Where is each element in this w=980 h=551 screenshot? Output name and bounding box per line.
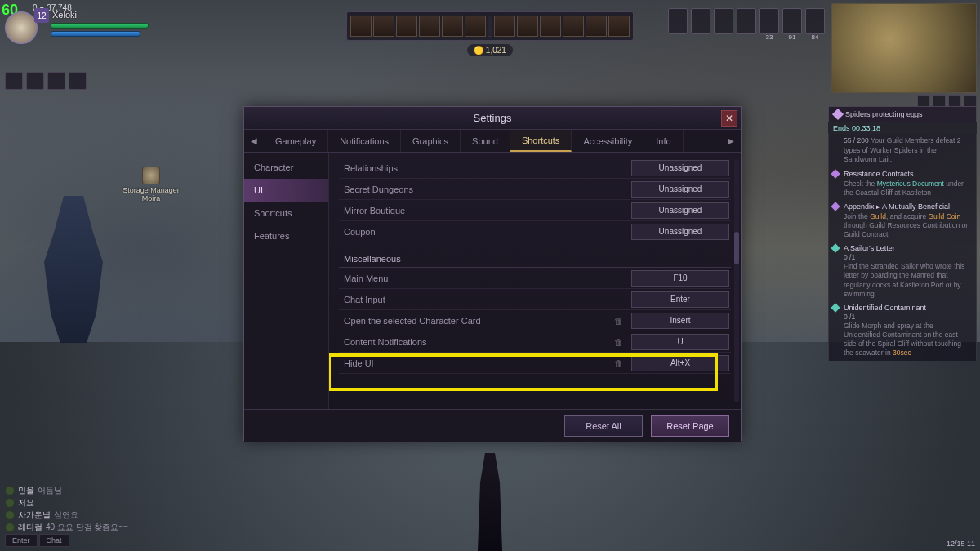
shortcut-row: Secret Dungeons Unassigned — [339, 179, 731, 200]
shortcut-label: Coupon — [339, 227, 631, 237]
reset-page-button[interactable]: Reset Page — [651, 415, 729, 437]
chat-tab-enter[interactable]: Enter — [5, 534, 38, 547]
event-body[interactable]: 55 / 200 Your Guild Members defeat 2 typ… — [828, 134, 977, 167]
settings-title: Settings ✕ — [244, 107, 741, 130]
shortcut-label: Open the selected Character Card — [339, 316, 612, 326]
quest-item[interactable]: Appendix ▸ A Mutually Beneficial Join th… — [828, 200, 977, 242]
clear-keybind-icon[interactable]: 🗑 — [612, 335, 625, 349]
event-header[interactable]: Spiders protecting eggs — [828, 106, 977, 122]
skill-slot[interactable] — [517, 16, 538, 37]
quest-desc: Check the Mysterious Document under the … — [844, 180, 971, 198]
skill-slot[interactable] — [563, 16, 584, 37]
side-features[interactable]: Features — [244, 224, 328, 247]
equip-slot[interactable]: 91 — [782, 8, 802, 34]
keybind-button[interactable]: Unassigned — [631, 181, 729, 198]
shortcut-row: Relationships Unassigned — [339, 158, 731, 179]
quest-desc: Find the Stranded Sailor who wrote this … — [844, 262, 971, 298]
content-scrollbar[interactable] — [734, 159, 739, 402]
shortcut-label: Main Menu — [339, 273, 631, 283]
keybind-button[interactable]: Insert — [631, 313, 729, 329]
tool-slot[interactable] — [69, 72, 87, 90]
keybind-button[interactable]: Unassigned — [631, 160, 729, 176]
skill-slot[interactable] — [350, 16, 372, 37]
event-timer: Ends 00:33:18 — [828, 122, 977, 134]
equip-slot[interactable] — [737, 8, 756, 34]
event-icon — [832, 109, 844, 120]
tab-next-arrow[interactable]: ▶ — [721, 130, 741, 152]
skill-slot[interactable] — [396, 16, 417, 37]
skill-slot[interactable] — [608, 16, 630, 37]
keybind-button[interactable]: Unassigned — [631, 202, 729, 219]
equip-slot[interactable] — [714, 8, 733, 34]
clear-keybind-icon[interactable]: 🗑 — [612, 314, 625, 327]
tab-prev-arrow[interactable]: ◀ — [244, 130, 264, 152]
skill-slot[interactable] — [465, 16, 486, 37]
skill-slot[interactable] — [494, 16, 515, 37]
clock: 12/15 11 — [947, 540, 975, 548]
quest-title: Appendix ▸ A Mutually Beneficial — [844, 202, 971, 212]
quest-icon — [831, 169, 840, 178]
shortcut-label: Relationships — [339, 163, 631, 173]
quest-title: Unidentified Contaminant — [844, 304, 971, 313]
side-shortcuts[interactable]: Shortcuts — [244, 202, 328, 224]
shortcut-label: Chat Input — [339, 295, 631, 304]
tab-accessibility[interactable]: Accessibility — [572, 130, 644, 152]
keybind-button[interactable]: U — [631, 334, 729, 350]
event-title: Spiders protecting eggs — [845, 110, 923, 118]
tab-graphics[interactable]: Graphics — [401, 130, 461, 152]
settings-sidemenu: Character UI Shortcuts Features — [244, 153, 329, 409]
shortcut-row: Main Menu F10 — [339, 268, 731, 289]
keybind-button[interactable]: Unassigned — [631, 224, 729, 240]
section-misc: Miscellaneous — [339, 246, 731, 268]
quest-item[interactable]: Unidentified Contaminant 0 /1 Glide Morp… — [828, 301, 977, 361]
hp-bar — [51, 23, 149, 29]
keybind-button[interactable]: Enter — [631, 291, 729, 308]
npc-marker[interactable]: Storage Manager Moira — [122, 167, 180, 202]
player-portrait[interactable] — [5, 11, 38, 44]
quest-icon — [831, 202, 840, 211]
shortcut-label: Content Notifications — [339, 337, 612, 347]
chat-tab-chat[interactable]: Chat — [39, 534, 69, 547]
skill-slot[interactable] — [373, 16, 394, 37]
tab-notifications[interactable]: Notifications — [328, 130, 401, 152]
quest-desc: Join the Guild, and acquire Guild Coin t… — [844, 212, 971, 239]
skill-slot[interactable] — [540, 16, 561, 37]
tab-shortcuts[interactable]: Shortcuts — [510, 130, 572, 152]
tool-slot[interactable] — [47, 72, 65, 90]
tab-gameplay[interactable]: Gameplay — [264, 130, 328, 152]
equip-slot[interactable] — [668, 8, 688, 34]
keybind-button[interactable]: F10 — [631, 270, 729, 287]
equip-slot[interactable]: 84 — [805, 8, 825, 34]
quest-count: 0 /1 — [844, 313, 971, 322]
skill-slot[interactable] — [419, 16, 440, 37]
chat-line: 차가운별심연요 — [5, 509, 128, 521]
side-ui[interactable]: UI — [244, 179, 328, 202]
reset-all-button[interactable]: Reset All — [564, 415, 643, 437]
skill-separator — [488, 16, 492, 37]
chat-dot-icon — [5, 498, 15, 508]
equip-slot[interactable]: 33 — [760, 8, 779, 34]
minimap[interactable] — [831, 3, 977, 93]
quest-item[interactable]: A Sailor's Letter 0 /1 Find the Stranded… — [828, 242, 977, 301]
quest-item[interactable]: Resistance Contracts Check the Mysteriou… — [828, 167, 977, 200]
quest-title: Resistance Contracts — [844, 170, 971, 180]
settings-modal: Settings ✕ ◀ Gameplay Notifications Grap… — [243, 106, 742, 441]
quest-icon — [831, 303, 840, 312]
tool-slot[interactable] — [26, 72, 44, 90]
player-name: Xeloki — [52, 10, 77, 20]
tool-slot[interactable] — [5, 72, 23, 90]
close-button[interactable]: ✕ — [721, 110, 737, 127]
tab-sound[interactable]: Sound — [461, 130, 510, 152]
keybind-button[interactable]: Alt+X — [631, 355, 729, 371]
side-character[interactable]: Character — [244, 156, 328, 179]
npc-name: Storage Manager Moira — [122, 186, 180, 202]
equip-slot[interactable] — [691, 8, 710, 34]
chat-line: 저요 — [5, 497, 128, 509]
quest-tracker: Spiders protecting eggs Ends 00:33:18 55… — [828, 106, 977, 361]
skill-slot[interactable] — [442, 16, 463, 37]
skill-slot[interactable] — [586, 16, 607, 37]
scrollbar-thumb[interactable] — [734, 232, 739, 264]
chat-dot-icon — [5, 486, 15, 495]
clear-keybind-icon[interactable]: 🗑 — [612, 357, 625, 370]
tab-info[interactable]: Info — [644, 130, 683, 152]
